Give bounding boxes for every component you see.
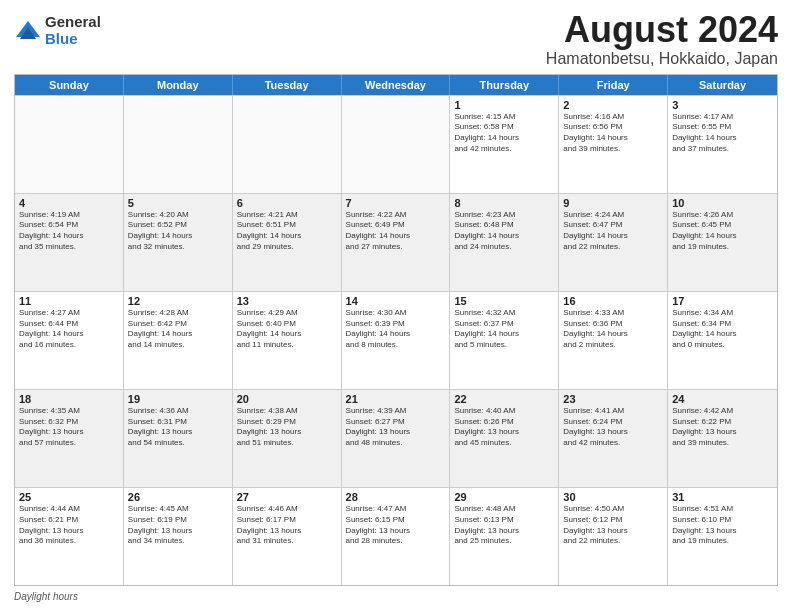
calendar-week: 1Sunrise: 4:15 AM Sunset: 6:58 PM Daylig… <box>15 95 777 193</box>
calendar-cell <box>233 96 342 193</box>
day-number: 22 <box>454 393 554 405</box>
calendar-day-header: Friday <box>559 75 668 95</box>
logo-text: General Blue <box>45 14 101 47</box>
cell-info: Sunrise: 4:50 AM Sunset: 6:12 PM Dayligh… <box>563 504 663 547</box>
cell-info: Sunrise: 4:29 AM Sunset: 6:40 PM Dayligh… <box>237 308 337 351</box>
cell-info: Sunrise: 4:19 AM Sunset: 6:54 PM Dayligh… <box>19 210 119 253</box>
calendar-day-header: Thursday <box>450 75 559 95</box>
calendar-cell: 27Sunrise: 4:46 AM Sunset: 6:17 PM Dayli… <box>233 488 342 585</box>
calendar-cell: 3Sunrise: 4:17 AM Sunset: 6:55 PM Daylig… <box>668 96 777 193</box>
calendar-cell: 22Sunrise: 4:40 AM Sunset: 6:26 PM Dayli… <box>450 390 559 487</box>
day-number: 29 <box>454 491 554 503</box>
calendar-day-header: Monday <box>124 75 233 95</box>
calendar-week: 4Sunrise: 4:19 AM Sunset: 6:54 PM Daylig… <box>15 193 777 291</box>
calendar-day-header: Sunday <box>15 75 124 95</box>
cell-info: Sunrise: 4:33 AM Sunset: 6:36 PM Dayligh… <box>563 308 663 351</box>
calendar-cell: 6Sunrise: 4:21 AM Sunset: 6:51 PM Daylig… <box>233 194 342 291</box>
footer-label: Daylight hours <box>14 591 78 602</box>
title-block: August 2024 Hamatonbetsu, Hokkaido, Japa… <box>546 10 778 68</box>
calendar-cell: 8Sunrise: 4:23 AM Sunset: 6:48 PM Daylig… <box>450 194 559 291</box>
cell-info: Sunrise: 4:20 AM Sunset: 6:52 PM Dayligh… <box>128 210 228 253</box>
cell-info: Sunrise: 4:27 AM Sunset: 6:44 PM Dayligh… <box>19 308 119 351</box>
page: General Blue August 2024 Hamatonbetsu, H… <box>0 0 792 612</box>
calendar-cell: 30Sunrise: 4:50 AM Sunset: 6:12 PM Dayli… <box>559 488 668 585</box>
day-number: 28 <box>346 491 446 503</box>
day-number: 27 <box>237 491 337 503</box>
logo-icon <box>14 17 42 45</box>
day-number: 5 <box>128 197 228 209</box>
calendar-cell: 28Sunrise: 4:47 AM Sunset: 6:15 PM Dayli… <box>342 488 451 585</box>
cell-info: Sunrise: 4:41 AM Sunset: 6:24 PM Dayligh… <box>563 406 663 449</box>
day-number: 15 <box>454 295 554 307</box>
day-number: 26 <box>128 491 228 503</box>
day-number: 30 <box>563 491 663 503</box>
subtitle: Hamatonbetsu, Hokkaido, Japan <box>546 50 778 68</box>
cell-info: Sunrise: 4:47 AM Sunset: 6:15 PM Dayligh… <box>346 504 446 547</box>
day-number: 9 <box>563 197 663 209</box>
day-number: 16 <box>563 295 663 307</box>
calendar-cell: 13Sunrise: 4:29 AM Sunset: 6:40 PM Dayli… <box>233 292 342 389</box>
cell-info: Sunrise: 4:38 AM Sunset: 6:29 PM Dayligh… <box>237 406 337 449</box>
day-number: 8 <box>454 197 554 209</box>
day-number: 31 <box>672 491 773 503</box>
day-number: 24 <box>672 393 773 405</box>
day-number: 20 <box>237 393 337 405</box>
cell-info: Sunrise: 4:40 AM Sunset: 6:26 PM Dayligh… <box>454 406 554 449</box>
cell-info: Sunrise: 4:34 AM Sunset: 6:34 PM Dayligh… <box>672 308 773 351</box>
calendar-cell: 21Sunrise: 4:39 AM Sunset: 6:27 PM Dayli… <box>342 390 451 487</box>
logo-general: General <box>45 14 101 31</box>
cell-info: Sunrise: 4:48 AM Sunset: 6:13 PM Dayligh… <box>454 504 554 547</box>
calendar-cell: 7Sunrise: 4:22 AM Sunset: 6:49 PM Daylig… <box>342 194 451 291</box>
calendar: SundayMondayTuesdayWednesdayThursdayFrid… <box>14 74 778 586</box>
cell-info: Sunrise: 4:15 AM Sunset: 6:58 PM Dayligh… <box>454 112 554 155</box>
footer: Daylight hours <box>14 591 778 602</box>
calendar-cell <box>124 96 233 193</box>
calendar-body: 1Sunrise: 4:15 AM Sunset: 6:58 PM Daylig… <box>15 95 777 585</box>
cell-info: Sunrise: 4:21 AM Sunset: 6:51 PM Dayligh… <box>237 210 337 253</box>
cell-info: Sunrise: 4:28 AM Sunset: 6:42 PM Dayligh… <box>128 308 228 351</box>
calendar-cell: 1Sunrise: 4:15 AM Sunset: 6:58 PM Daylig… <box>450 96 559 193</box>
main-title: August 2024 <box>546 10 778 50</box>
day-number: 10 <box>672 197 773 209</box>
calendar-week: 18Sunrise: 4:35 AM Sunset: 6:32 PM Dayli… <box>15 389 777 487</box>
calendar-week: 11Sunrise: 4:27 AM Sunset: 6:44 PM Dayli… <box>15 291 777 389</box>
calendar-day-header: Wednesday <box>342 75 451 95</box>
calendar-cell: 24Sunrise: 4:42 AM Sunset: 6:22 PM Dayli… <box>668 390 777 487</box>
day-number: 3 <box>672 99 773 111</box>
day-number: 13 <box>237 295 337 307</box>
day-number: 4 <box>19 197 119 209</box>
calendar-header: SundayMondayTuesdayWednesdayThursdayFrid… <box>15 75 777 95</box>
calendar-cell: 19Sunrise: 4:36 AM Sunset: 6:31 PM Dayli… <box>124 390 233 487</box>
cell-info: Sunrise: 4:32 AM Sunset: 6:37 PM Dayligh… <box>454 308 554 351</box>
logo: General Blue <box>14 14 101 47</box>
calendar-day-header: Tuesday <box>233 75 342 95</box>
day-number: 21 <box>346 393 446 405</box>
logo-blue: Blue <box>45 31 101 48</box>
cell-info: Sunrise: 4:26 AM Sunset: 6:45 PM Dayligh… <box>672 210 773 253</box>
cell-info: Sunrise: 4:45 AM Sunset: 6:19 PM Dayligh… <box>128 504 228 547</box>
calendar-cell: 11Sunrise: 4:27 AM Sunset: 6:44 PM Dayli… <box>15 292 124 389</box>
cell-info: Sunrise: 4:17 AM Sunset: 6:55 PM Dayligh… <box>672 112 773 155</box>
day-number: 19 <box>128 393 228 405</box>
cell-info: Sunrise: 4:35 AM Sunset: 6:32 PM Dayligh… <box>19 406 119 449</box>
cell-info: Sunrise: 4:16 AM Sunset: 6:56 PM Dayligh… <box>563 112 663 155</box>
calendar-cell: 2Sunrise: 4:16 AM Sunset: 6:56 PM Daylig… <box>559 96 668 193</box>
cell-info: Sunrise: 4:44 AM Sunset: 6:21 PM Dayligh… <box>19 504 119 547</box>
calendar-cell: 10Sunrise: 4:26 AM Sunset: 6:45 PM Dayli… <box>668 194 777 291</box>
day-number: 23 <box>563 393 663 405</box>
day-number: 7 <box>346 197 446 209</box>
calendar-cell: 23Sunrise: 4:41 AM Sunset: 6:24 PM Dayli… <box>559 390 668 487</box>
calendar-cell: 17Sunrise: 4:34 AM Sunset: 6:34 PM Dayli… <box>668 292 777 389</box>
calendar-cell: 12Sunrise: 4:28 AM Sunset: 6:42 PM Dayli… <box>124 292 233 389</box>
day-number: 6 <box>237 197 337 209</box>
cell-info: Sunrise: 4:22 AM Sunset: 6:49 PM Dayligh… <box>346 210 446 253</box>
calendar-cell <box>342 96 451 193</box>
cell-info: Sunrise: 4:36 AM Sunset: 6:31 PM Dayligh… <box>128 406 228 449</box>
cell-info: Sunrise: 4:24 AM Sunset: 6:47 PM Dayligh… <box>563 210 663 253</box>
calendar-cell: 15Sunrise: 4:32 AM Sunset: 6:37 PM Dayli… <box>450 292 559 389</box>
calendar-cell: 5Sunrise: 4:20 AM Sunset: 6:52 PM Daylig… <box>124 194 233 291</box>
cell-info: Sunrise: 4:30 AM Sunset: 6:39 PM Dayligh… <box>346 308 446 351</box>
calendar-cell: 26Sunrise: 4:45 AM Sunset: 6:19 PM Dayli… <box>124 488 233 585</box>
calendar-cell: 20Sunrise: 4:38 AM Sunset: 6:29 PM Dayli… <box>233 390 342 487</box>
cell-info: Sunrise: 4:42 AM Sunset: 6:22 PM Dayligh… <box>672 406 773 449</box>
